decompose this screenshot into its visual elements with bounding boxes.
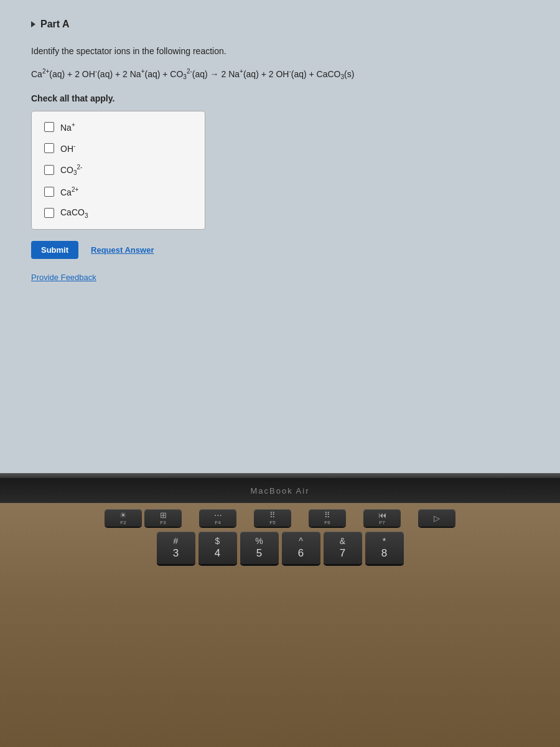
- key-7[interactable]: & 7: [324, 532, 362, 564]
- f2-symbol: ☀: [119, 511, 127, 519]
- number-key-row: # 3 $ 4 % 5 ^ 6 & 7 * 8: [157, 532, 404, 564]
- submit-button[interactable]: Submit: [31, 241, 78, 259]
- part-header: Part A: [31, 19, 529, 30]
- option-label-caco3: CaCO3: [60, 207, 88, 219]
- option-label-na-plus: Na+: [60, 121, 75, 133]
- key-6-bottom: 6: [298, 547, 304, 560]
- request-answer-link[interactable]: Request Answer: [91, 245, 154, 255]
- right-arrow-symbol: ▷: [434, 514, 440, 522]
- key-4-bottom: 4: [215, 547, 220, 560]
- option-label-co3-2minus: CO32-: [60, 164, 82, 176]
- f3-symbol: ⊞: [160, 511, 167, 519]
- option-na-plus[interactable]: Na+: [44, 121, 192, 133]
- laptop-hinge: [0, 473, 560, 478]
- checkbox-na-plus[interactable]: [44, 122, 54, 132]
- option-ca-2plus[interactable]: Ca2+: [44, 186, 192, 197]
- checkbox-oh-minus[interactable]: [44, 143, 54, 153]
- f6-label: F6: [324, 520, 330, 525]
- key-f6[interactable]: ⠿ F6: [309, 509, 346, 527]
- key-right-arrow[interactable]: ▷: [418, 509, 455, 527]
- reaction-equation: Ca2+(aq) + 2 OH-(aq) + 2 Na+(aq) + CO32-…: [31, 67, 529, 82]
- key-6-top: ^: [299, 536, 303, 546]
- key-8-bottom: 8: [381, 547, 387, 560]
- function-key-row: ☀ F2 ⊞ F3 ⋯ F4 ⠿ F5 ⠿ F6 ⏮ F7 ▷: [105, 509, 455, 527]
- option-oh-minus[interactable]: OH-: [44, 143, 192, 154]
- key-8-top: *: [383, 536, 386, 546]
- key-4[interactable]: $ 4: [198, 532, 237, 564]
- f5-symbol: ⠿: [269, 511, 276, 519]
- f4-label: F4: [215, 520, 220, 525]
- f4-symbol: ⋯: [214, 511, 222, 519]
- checkbox-ca-2plus[interactable]: [44, 187, 54, 197]
- question-text: Identify the spectator ions in the follo…: [31, 45, 529, 58]
- option-co3-2minus[interactable]: CO32-: [44, 164, 192, 176]
- macbook-brand-label: MacBook Air: [251, 486, 310, 496]
- f7-symbol: ⏮: [378, 511, 386, 519]
- collapse-icon[interactable]: [31, 21, 35, 27]
- key-f2[interactable]: ☀ F2: [105, 509, 142, 527]
- option-caco3[interactable]: CaCO3: [44, 207, 192, 219]
- options-box: Na+ OH- CO32- Ca2+ CaCO3: [31, 111, 205, 229]
- key-3-top: #: [174, 536, 179, 546]
- part-title: Part A: [40, 19, 70, 30]
- f6-symbol: ⠿: [324, 511, 330, 519]
- key-5-bottom: 5: [256, 547, 262, 560]
- key-3-bottom: 3: [173, 547, 179, 560]
- key-f3[interactable]: ⊞ F3: [144, 509, 182, 527]
- key-5-top: %: [255, 536, 263, 546]
- f2-label: F2: [120, 520, 126, 525]
- f5-label: F5: [269, 520, 275, 525]
- key-8[interactable]: * 8: [365, 532, 404, 564]
- f7-label: F7: [379, 520, 385, 525]
- provide-feedback-link[interactable]: Provide Feedback: [31, 273, 96, 282]
- f3-label: F3: [160, 520, 166, 525]
- option-label-ca-2plus: Ca2+: [60, 186, 78, 197]
- key-3[interactable]: # 3: [157, 532, 195, 564]
- key-f4[interactable]: ⋯ F4: [199, 509, 236, 527]
- action-row: Submit Request Answer: [31, 241, 529, 259]
- option-label-oh-minus: OH-: [60, 143, 75, 154]
- key-4-top: $: [215, 536, 220, 546]
- checkbox-co3-2minus[interactable]: [44, 165, 54, 175]
- key-f5[interactable]: ⠿ F5: [254, 509, 291, 527]
- keyboard-area: ☀ F2 ⊞ F3 ⋯ F4 ⠿ F5 ⠿ F6 ⏮ F7 ▷: [0, 503, 560, 747]
- key-7-top: &: [340, 536, 345, 546]
- checkbox-caco3[interactable]: [44, 208, 54, 218]
- laptop-bezel: MacBook Air: [0, 478, 560, 503]
- check-label: Check all that apply.: [31, 93, 529, 103]
- key-f7[interactable]: ⏮ F7: [363, 509, 401, 527]
- key-5[interactable]: % 5: [240, 532, 279, 564]
- key-7-bottom: 7: [340, 547, 345, 560]
- screen-content: Part A Identify the spectator ions in th…: [0, 0, 560, 473]
- key-6[interactable]: ^ 6: [282, 532, 320, 564]
